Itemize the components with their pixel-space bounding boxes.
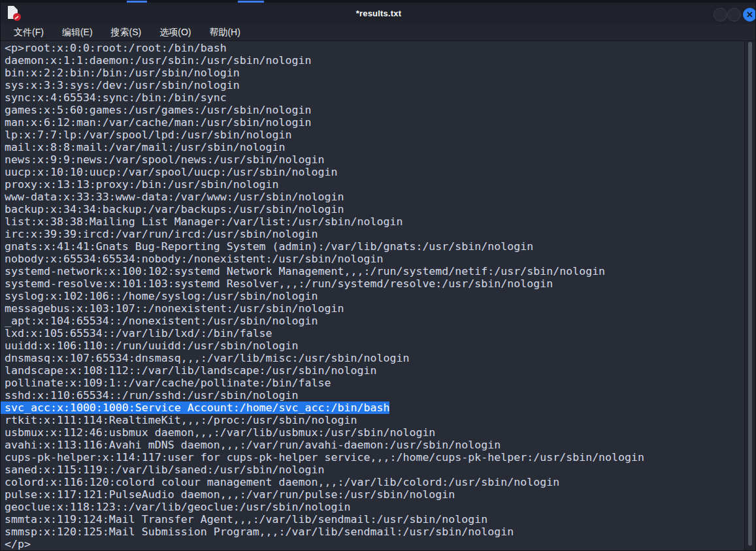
- maximize-button[interactable]: [727, 8, 741, 22]
- menubar: 文件(F)编辑(E)搜索(S)选项(O)帮助(H): [1, 24, 756, 41]
- line-text: list:x:38:38:Mailing List Manager:/var/l…: [5, 215, 403, 228]
- text-line[interactable]: _apt:x:104:65534::/nonexistent:/usr/sbin…: [5, 315, 746, 327]
- menu-item-file[interactable]: 文件(F): [8, 25, 49, 40]
- text-line[interactable]: man:x:6:12:man:/var/cache/man:/usr/sbin/…: [5, 116, 746, 129]
- line-text: usbmux:x:112:46:usbmux daemon,,,:/var/li…: [5, 426, 435, 439]
- text-line[interactable]: dnsmasq:x:107:65534:dnsmasq,,,:/var/lib/…: [5, 352, 746, 364]
- line-text: proxy:x:13:13:proxy:/bin:/usr/sbin/nolog…: [5, 178, 279, 191]
- line-text: games:x:5:60:games:/usr/games:/usr/sbin/…: [5, 104, 312, 116]
- line-text: pulse:x:117:121:PulseAudio daemon,,,:/va…: [5, 488, 455, 501]
- line-text: dnsmasq:x:107:65534:dnsmasq,,,:/var/lib/…: [5, 352, 409, 364]
- text-line[interactable]: games:x:5:60:games:/usr/games:/usr/sbin/…: [5, 104, 746, 116]
- text-line[interactable]: lp:x:7:7:lp:/var/spool/lpd:/usr/sbin/nol…: [5, 129, 746, 141]
- line-text: sync:x:4:65534:sync:/bin:/bin/sync: [5, 91, 227, 104]
- line-text: nobody:x:65534:65534:nobody:/nonexistent…: [5, 253, 383, 265]
- scrollbar-thumb[interactable]: [748, 42, 752, 546]
- text-line[interactable]: backup:x:34:34:backup:/var/backups:/usr/…: [5, 203, 746, 215]
- minimize-button[interactable]: [714, 8, 727, 22]
- line-text: svc_acc:x:1000:1000:Service Account:/hom…: [5, 401, 389, 414]
- text-line[interactable]: daemon:x:1:1:daemon:/usr/sbin:/usr/sbin/…: [5, 54, 746, 67]
- line-text: systemd-network:x:100:102:systemd Networ…: [5, 265, 605, 277]
- editor-text[interactable]: <p>root:x:0:0:root:/root:/bin/bashdaemon…: [1, 41, 746, 551]
- selected-text-line[interactable]: svc_acc:x:1000:1000:Service Account:/hom…: [5, 401, 746, 414]
- line-text: www-data:x:33:33:www-data:/var/www:/usr/…: [5, 191, 344, 203]
- line-text: <p>root:x:0:0:root:/root:/bin/bash: [5, 42, 227, 54]
- text-line[interactable]: lxd:x:105:65534::/var/lib/lxd/:/bin/fals…: [5, 327, 746, 339]
- line-text: smmta:x:119:124:Mail Transfer Agent,,,:/…: [5, 513, 487, 526]
- line-text: saned:x:115:119::/var/lib/saned:/usr/sbi…: [5, 464, 325, 476]
- menu-item-options[interactable]: 选项(O): [154, 25, 196, 40]
- line-text: geoclue:x:118:123::/var/lib/geoclue:/usr…: [5, 501, 351, 513]
- text-line[interactable]: smmta:x:119:124:Mail Transfer Agent,,,:/…: [5, 513, 746, 526]
- text-line[interactable]: sshd:x:110:65534::/run/sshd:/usr/sbin/no…: [5, 389, 746, 401]
- text-line[interactable]: <p>root:x:0:0:root:/root:/bin/bash: [5, 42, 746, 54]
- text-line[interactable]: usbmux:x:112:46:usbmux daemon,,,:/var/li…: [5, 426, 746, 439]
- text-line[interactable]: news:x:9:9:news:/var/spool/news:/usr/sbi…: [5, 153, 746, 166]
- line-text: irc:x:39:39:ircd:/var/run/ircd:/usr/sbin…: [5, 228, 318, 240]
- line-text: cups-pk-helper:x:114:117:user for cups-p…: [5, 451, 644, 464]
- close-button[interactable]: ✕: [743, 8, 756, 22]
- text-line[interactable]: sys:x:3:3:sys:/dev:/usr/sbin/nologin: [5, 79, 746, 91]
- text-line[interactable]: landscape:x:108:112::/var/lib/landscape:…: [5, 364, 746, 377]
- text-line[interactable]: systemd-network:x:100:102:systemd Networ…: [5, 265, 746, 277]
- text-line[interactable]: www-data:x:33:33:www-data:/var/www:/usr/…: [5, 191, 746, 203]
- text-line[interactable]: uuidd:x:106:110::/run/uuidd:/usr/sbin/no…: [5, 339, 746, 352]
- line-text: backup:x:34:34:backup:/var/backups:/usr/…: [5, 203, 344, 215]
- text-line[interactable]: </p>: [5, 538, 746, 550]
- text-line[interactable]: list:x:38:38:Mailing List Manager:/var/l…: [5, 215, 746, 228]
- line-text: colord:x:116:120:colord colour managemen…: [5, 476, 559, 488]
- text-line[interactable]: syslog:x:102:106::/home/syslog:/usr/sbin…: [5, 290, 746, 302]
- text-line[interactable]: geoclue:x:118:123::/var/lib/geoclue:/usr…: [5, 501, 746, 513]
- line-text: </p>: [5, 538, 31, 550]
- menu-item-help[interactable]: 帮助(H): [204, 25, 245, 40]
- text-line[interactable]: smmsp:x:120:125:Mail Submission Program,…: [5, 526, 746, 538]
- line-text: sys:x:3:3:sys:/dev:/usr/sbin/nologin: [5, 79, 240, 91]
- line-text: daemon:x:1:1:daemon:/usr/sbin:/usr/sbin/…: [5, 54, 312, 67]
- line-text: systemd-resolve:x:101:103:systemd Resolv…: [5, 277, 553, 290]
- text-line[interactable]: messagebus:x:103:107::/nonexistent:/usr/…: [5, 302, 746, 315]
- line-text: mail:x:8:8:mail:/var/mail:/usr/sbin/nolo…: [5, 141, 286, 153]
- line-text: sshd:x:110:65534::/run/sshd:/usr/sbin/no…: [5, 389, 299, 401]
- line-text: rtkit:x:111:114:RealtimeKit,,,:/proc:/us…: [5, 414, 357, 426]
- text-line[interactable]: mail:x:8:8:mail:/var/mail:/usr/sbin/nolo…: [5, 141, 746, 153]
- text-line[interactable]: irc:x:39:39:ircd:/var/run/ircd:/usr/sbin…: [5, 228, 746, 240]
- line-text: _apt:x:104:65534::/nonexistent:/usr/sbin…: [5, 315, 318, 327]
- line-text: landscape:x:108:112::/var/lib/landscape:…: [5, 364, 376, 377]
- text-line[interactable]: pollinate:x:109:1::/var/cache/pollinate:…: [5, 377, 746, 389]
- line-text: syslog:x:102:106::/home/syslog:/usr/sbin…: [5, 290, 318, 302]
- text-line[interactable]: bin:x:2:2:bin:/bin:/usr/sbin/nologin: [5, 67, 746, 79]
- text-line[interactable]: cups-pk-helper:x:114:117:user for cups-p…: [5, 451, 746, 464]
- line-text: smmsp:x:120:125:Mail Submission Program,…: [5, 526, 514, 538]
- line-text: lp:x:7:7:lp:/var/spool/lpd:/usr/sbin/nol…: [5, 129, 292, 141]
- menu-item-edit[interactable]: 编辑(E): [57, 25, 98, 40]
- menu-item-search[interactable]: 搜索(S): [106, 25, 147, 40]
- line-text: pollinate:x:109:1::/var/cache/pollinate:…: [5, 377, 331, 389]
- text-line[interactable]: gnats:x:41:41:Gnats Bug-Reporting System…: [5, 240, 746, 253]
- line-text: news:x:9:9:news:/var/spool/news:/usr/sbi…: [5, 153, 325, 166]
- line-text: bin:x:2:2:bin:/bin:/usr/sbin/nologin: [5, 67, 240, 79]
- window-title: *results.txt: [1, 3, 756, 24]
- line-text: man:x:6:12:man:/var/cache/man:/usr/sbin/…: [5, 116, 312, 129]
- text-line[interactable]: sync:x:4:65534:sync:/bin:/bin/sync: [5, 91, 746, 104]
- text-line[interactable]: colord:x:116:120:colord colour managemen…: [5, 476, 746, 488]
- text-line[interactable]: systemd-resolve:x:101:103:systemd Resolv…: [5, 277, 746, 290]
- text-line[interactable]: uucp:x:10:10:uucp:/var/spool/uucp:/usr/s…: [5, 166, 746, 178]
- text-line[interactable]: rtkit:x:111:114:RealtimeKit,,,:/proc:/us…: [5, 414, 746, 426]
- text-line[interactable]: pulse:x:117:121:PulseAudio daemon,,,:/va…: [5, 488, 746, 501]
- line-text: lxd:x:105:65534::/var/lib/lxd/:/bin/fals…: [5, 327, 272, 339]
- text-line[interactable]: proxy:x:13:13:proxy:/bin:/usr/sbin/nolog…: [5, 178, 746, 191]
- text-line[interactable]: nobody:x:65534:65534:nobody:/nonexistent…: [5, 253, 746, 265]
- text-line[interactable]: avahi:x:113:116:Avahi mDNS daemon,,,:/va…: [5, 439, 746, 451]
- vertical-scrollbar[interactable]: [744, 41, 755, 551]
- text-line[interactable]: saned:x:115:119::/var/lib/saned:/usr/sbi…: [5, 464, 746, 476]
- line-text: gnats:x:41:41:Gnats Bug-Reporting System…: [5, 240, 533, 253]
- line-text: messagebus:x:103:107::/nonexistent:/usr/…: [5, 302, 344, 315]
- line-text: uuidd:x:106:110::/run/uuidd:/usr/sbin/no…: [5, 339, 299, 352]
- line-text: uucp:x:10:10:uucp:/var/spool/uucp:/usr/s…: [5, 166, 338, 178]
- titlebar[interactable]: *results.txt ✕: [1, 3, 756, 24]
- line-text: avahi:x:113:116:Avahi mDNS daemon,,,:/va…: [5, 439, 501, 451]
